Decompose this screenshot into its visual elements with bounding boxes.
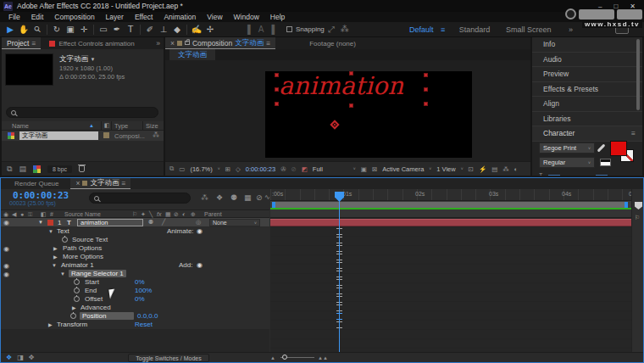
transparency-grid-icon[interactable]: ⊠ — [372, 165, 377, 173]
eraser-tool-icon[interactable]: ◆ — [170, 22, 184, 36]
panel-tab-character[interactable]: Character ≡ — [532, 126, 642, 142]
selection-handle[interactable] — [424, 87, 428, 92]
rotate-tool-icon[interactable]: ↻ — [50, 22, 64, 36]
twirl-down-icon[interactable]: ▼ — [60, 271, 65, 276]
channels-icon[interactable]: ◩ — [302, 165, 308, 173]
parent-pickwhip-icon[interactable]: ◎ — [196, 219, 201, 226]
property-value[interactable]: 0.0,0.0 — [137, 312, 158, 320]
eyedropper-icon[interactable] — [597, 144, 606, 153]
workspace-menu-icon[interactable]: ≡ — [441, 25, 445, 34]
project-item-name[interactable]: 文字动画 — [59, 54, 88, 63]
panel-menu-icon[interactable]: ≡ — [631, 129, 636, 137]
animate-menu-icon[interactable]: ◉ — [197, 227, 203, 235]
panel-tab-audio[interactable]: Audio — [532, 53, 642, 68]
flowchart-icon[interactable]: ⁂ — [153, 131, 159, 139]
magnification-select[interactable]: (16.7%) — [190, 165, 212, 173]
workspace-search-icon[interactable] — [615, 26, 629, 34]
layer-row[interactable]: ◉ ▼ 1 T animation ⚉ ╱ ◎ None˅ — [1, 218, 269, 227]
new-composition-icon[interactable] — [33, 165, 41, 173]
graph-area[interactable] — [270, 218, 631, 352]
add-menu-icon[interactable]: ◉ — [197, 261, 203, 269]
exposure-icon[interactable]: ◐ — [514, 165, 519, 173]
work-area-start-handle[interactable] — [272, 202, 275, 208]
timeline-button-icon[interactable]: ▤ — [491, 165, 497, 173]
monitor-icon[interactable]: ▭ — [179, 165, 185, 173]
project-row[interactable]: 文字动画 Composi... ⁂ — [2, 131, 164, 141]
mask-visibility-icon[interactable]: ◇ — [236, 165, 241, 173]
menu-item-help[interactable]: Help — [265, 13, 290, 21]
lock-icon[interactable] — [185, 41, 190, 45]
close-tab-icon[interactable]: × — [170, 39, 175, 47]
panel-menu-icon[interactable]: ≡ — [266, 39, 270, 47]
camera-view-select[interactable]: Active Camera — [382, 165, 424, 173]
hide-shy-icon[interactable]: ⚉ — [230, 193, 237, 202]
toggle-switches-modes-button[interactable]: Toggle Switches / Modes — [128, 354, 209, 362]
menu-item-animation[interactable]: Animation — [158, 13, 201, 21]
zoom-in-mountains-icon[interactable]: ▲▲ — [318, 355, 328, 360]
stopwatch-icon[interactable] — [62, 237, 68, 243]
property-row-end[interactable]: End 100% — [1, 287, 269, 295]
time-ruler[interactable]: :00s 01s 02s 03s 04s 05s — [270, 189, 643, 201]
property-row-start[interactable]: Start 0% — [1, 278, 269, 287]
pixel-aspect-icon[interactable]: ⊡ — [469, 165, 474, 173]
parent-select[interactable]: None˅ — [209, 219, 260, 226]
default-fill-stroke-icon[interactable] — [600, 159, 611, 166]
playhead-line[interactable] — [339, 201, 340, 353]
chevron-down-icon[interactable]: ▼ — [90, 57, 95, 62]
font-style-select[interactable]: Regular ˅ — [539, 157, 595, 168]
selection-tool-icon[interactable]: ▶ — [3, 22, 17, 36]
tab-project[interactable]: Project ≡ — [2, 37, 41, 49]
tab-composition[interactable]: × Composition 文字动画 ≡ — [165, 37, 275, 49]
property-row-offset[interactable]: Offset 0% — [1, 295, 269, 304]
property-value[interactable]: 100% — [135, 287, 152, 294]
clone-stamp-tool-icon[interactable]: ⊥ — [157, 22, 170, 36]
tab-timeline-comp[interactable]: × 文字动画 ≡ — [70, 178, 130, 189]
timeline-zoom-knob[interactable] — [282, 355, 287, 360]
property-row-position[interactable]: Position 0.0,0.0 — [1, 312, 269, 321]
eye-icon[interactable]: ◉ — [3, 271, 9, 278]
canvas-text[interactable]: animation — [279, 71, 403, 100]
puppet-pin-tool-icon[interactable]: ✢ — [203, 22, 217, 36]
twirl-right-icon[interactable]: ▶ — [53, 254, 58, 260]
panel-tab-libraries[interactable]: Libraries — [532, 112, 642, 127]
maximize-button[interactable]: □ — [613, 3, 618, 10]
eye-icon[interactable]: ◉ — [3, 262, 9, 270]
interpret-footage-icon[interactable]: ⧉ — [7, 165, 12, 174]
leading-value-stub[interactable] — [596, 175, 608, 176]
panel-tab-effects-presets[interactable]: Effects & Presets — [532, 82, 642, 98]
workspace-standard[interactable]: Standard — [459, 25, 491, 34]
pen-tool-icon[interactable]: ✒ — [110, 22, 124, 36]
minimize-button[interactable]: – — [598, 3, 602, 10]
menu-item-effect[interactable]: Effect — [130, 13, 158, 21]
column-label-icon[interactable]: ◧ — [104, 122, 110, 129]
property-value[interactable]: 0% — [135, 278, 145, 286]
property-row-source-text[interactable]: Source Text — [1, 236, 269, 244]
menu-item-view[interactable]: View — [202, 13, 227, 21]
stopwatch-icon[interactable] — [70, 313, 76, 319]
panel-tab-preview[interactable]: Preview — [532, 67, 642, 82]
column-size[interactable]: Size — [146, 122, 158, 130]
snap-grid-icon[interactable]: ⁂ — [338, 22, 352, 36]
comp-viewer[interactable]: animation — [165, 60, 530, 161]
source-name-column[interactable]: Source Name — [64, 211, 101, 217]
workspace-overflow-chevron[interactable]: » — [569, 25, 573, 34]
selection-handle[interactable] — [349, 71, 353, 75]
selection-handle[interactable] — [424, 73, 428, 77]
comp-timecode[interactable]: 0:00:00:23 — [246, 165, 275, 173]
zoom-out-mountain-icon[interactable]: ▲ — [270, 355, 275, 360]
twirl-right-icon[interactable]: ▶ — [72, 304, 76, 310]
snapping-checkbox[interactable] — [286, 26, 292, 32]
view-layout-select[interactable]: 1 View — [436, 165, 455, 173]
property-row-path-options[interactable]: ◉ ▶ Path Options — [1, 244, 269, 253]
brush-tool-icon[interactable]: ✐ — [143, 22, 157, 36]
comp-canvas[interactable]: animation — [265, 71, 472, 158]
transfer-controls-toggle-icon[interactable]: ◨ — [17, 354, 24, 361]
label-color-swatch[interactable] — [103, 132, 109, 138]
rectangle-tool-icon[interactable]: ▭ — [97, 22, 110, 36]
inout-panes-toggle-icon[interactable]: ✥ — [29, 354, 35, 361]
selection-handle[interactable] — [349, 103, 353, 108]
pan-behind-tool-icon[interactable]: ✛ — [77, 22, 91, 36]
property-row-advanced[interactable]: ▶ Advanced — [1, 304, 269, 312]
panel-menu-icon[interactable]: ≡ — [121, 179, 125, 187]
menu-item-window[interactable]: Window — [229, 13, 264, 21]
